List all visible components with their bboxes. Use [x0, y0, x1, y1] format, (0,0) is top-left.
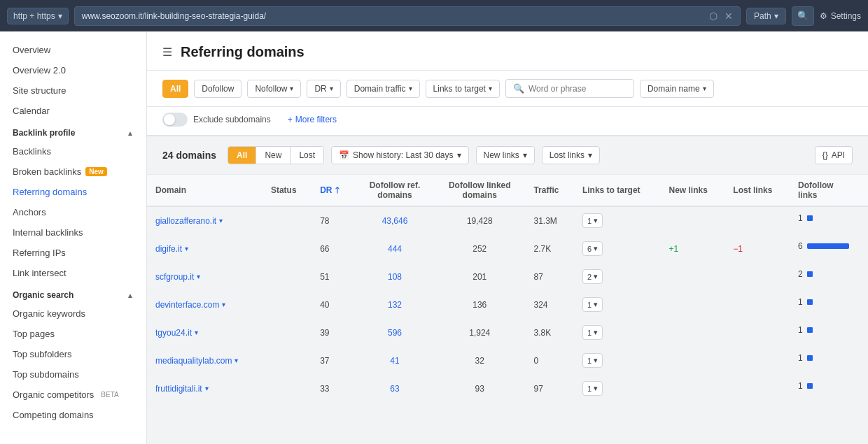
links-dropdown-chevron-icon: ▾ [594, 384, 598, 393]
protocol-selector[interactable]: http + https ▾ [7, 8, 69, 24]
new-links-value: +1 [668, 244, 678, 254]
traffic-cell: 31.3M [525, 206, 573, 235]
sidebar-item-anchors[interactable]: Anchors [0, 202, 146, 222]
table-row: giallozafferano.it ▾ 78 43,646 19,428 31… [147, 206, 868, 235]
sidebar-section-organic[interactable]: Organic search ▲ [0, 283, 146, 303]
dr-cell: 40 [312, 291, 356, 319]
filter-domain-name-button[interactable]: Domain name ▾ [640, 80, 714, 98]
sidebar-item-top-pages[interactable]: Top pages [0, 324, 146, 344]
sidebar-item-referring-domains[interactable]: Referring domains [0, 182, 146, 202]
sidebar-item-calendar[interactable]: Calendar [0, 101, 146, 121]
dofollow-bar [807, 215, 813, 221]
sidebar-section-backlink[interactable]: Backlink profile ▲ [0, 121, 146, 141]
links-to-target-dropdown[interactable]: 1 ▾ [582, 213, 603, 228]
domain-link[interactable]: digife.it ▾ [155, 244, 254, 254]
sidebar-item-organic-keywords[interactable]: Organic keywords [0, 303, 146, 324]
lost-links-chevron-icon: ▾ [588, 150, 592, 160]
sidebar-item-label: Top subdomains [13, 369, 79, 380]
filter-dr-label: DR [314, 84, 326, 94]
more-filters-label: More filters [295, 115, 337, 124]
domain-link[interactable]: mediaqualitylab.com ▾ [155, 356, 254, 366]
domain-link[interactable]: scfgroup.it ▾ [155, 272, 254, 282]
traffic-cell: 2.7K [525, 235, 573, 263]
links-to-target-dropdown[interactable]: 1 ▾ [582, 325, 603, 340]
links-to-target-cell: 1 ▾ [574, 291, 661, 319]
sidebar-item-top-subfolders[interactable]: Top subfolders [0, 344, 146, 364]
dr-cell: 33 [312, 375, 356, 403]
new-links-cell [660, 206, 724, 235]
status-cell [262, 263, 312, 291]
sidebar-item-label: Referring domains [13, 187, 87, 197]
table-row: digife.it ▾ 66 444 252 2.7K 6 ▾ +1 −1 6 [147, 235, 868, 263]
dofollow-ref-value: 108 [388, 272, 402, 282]
sidebar-item-link-intersect[interactable]: Link intersect [0, 263, 146, 283]
more-filters-button[interactable]: + More filters [288, 115, 337, 124]
section-collapse-icon: ▲ [127, 292, 134, 299]
domain-name: mediaqualitylab.com [155, 356, 232, 366]
sidebar-item-label: Backlinks [13, 146, 51, 157]
path-selector[interactable]: Path ▾ [746, 8, 786, 24]
links-to-target-value: 1 [587, 385, 592, 393]
domain-link[interactable]: tgyou24.it ▾ [155, 328, 254, 338]
domain-link[interactable]: fruttidigitali.it ▾ [155, 384, 254, 394]
dofollow-links-cell: 1 [790, 207, 868, 230]
domain-caret-icon: ▾ [185, 245, 188, 252]
sidebar-item-site-structure[interactable]: Site structure [0, 80, 146, 101]
settings-label: Settings [831, 11, 861, 21]
col-links-to-target: Links to target [574, 175, 661, 206]
filter-dr-button[interactable]: DR ▾ [307, 80, 340, 98]
filter-all-button[interactable]: All [162, 80, 188, 98]
sidebar-item-label: Internal backlinks [13, 227, 83, 238]
lost-links-button[interactable]: Lost links ▾ [542, 146, 600, 164]
exclude-subdomains-toggle[interactable] [162, 113, 188, 127]
dofollow-ref-value: 41 [390, 356, 399, 366]
links-to-target-dropdown[interactable]: 1 ▾ [582, 381, 603, 396]
close-url-icon[interactable]: ✕ [724, 10, 733, 22]
sidebar-item-backlinks[interactable]: Backlinks [0, 141, 146, 162]
filter-domain-traffic-button[interactable]: Domain traffic ▾ [346, 80, 420, 98]
lost-links-cell [724, 319, 790, 347]
new-links-button[interactable]: New links ▾ [476, 146, 535, 164]
filter-dofollow-button[interactable]: Dofollow [194, 80, 241, 98]
filter-links-to-target-button[interactable]: Links to target ▾ [426, 80, 500, 98]
api-button[interactable]: {} API [815, 146, 853, 164]
tab-lost[interactable]: Lost [290, 147, 323, 164]
dofollow-ref-value: 132 [388, 300, 402, 310]
sidebar-item-overview[interactable]: Overview [0, 40, 146, 60]
filter-dofollow-label: Dofollow [202, 84, 234, 94]
tab-all[interactable]: All [228, 147, 256, 164]
external-link-icon[interactable]: ⬡ [709, 10, 718, 22]
links-to-target-dropdown[interactable]: 1 ▾ [582, 353, 603, 368]
search-icon: 🔍 [513, 83, 524, 94]
sidebar-item-competing-domains[interactable]: Competing domains [0, 405, 146, 425]
tab-new[interactable]: New [256, 147, 290, 164]
settings-button[interactable]: ⚙ Settings [820, 11, 861, 21]
history-button[interactable]: 📅 Show history: Last 30 days ▾ [331, 146, 468, 164]
hamburger-icon[interactable]: ☰ [162, 45, 172, 59]
links-to-target-dropdown[interactable]: 6 ▾ [582, 241, 603, 256]
status-cell [262, 347, 312, 375]
lost-links-cell [724, 206, 790, 235]
links-to-target-dropdown[interactable]: 1 ▾ [582, 297, 603, 312]
domain-link[interactable]: devinterface.com ▾ [155, 300, 254, 310]
toggle-knob [164, 114, 175, 125]
history-label: Show history: Last 30 days [353, 150, 453, 160]
sidebar-item-internal-backlinks[interactable]: Internal backlinks [0, 222, 146, 243]
links-to-target-dropdown[interactable]: 2 ▾ [582, 269, 603, 284]
col-dr[interactable]: DR [312, 175, 356, 206]
sidebar-item-organic-competitors[interactable]: Organic competitors BETA [0, 385, 146, 405]
filter-nofollow-button[interactable]: Nofollow ▾ [247, 80, 301, 98]
dofollow-linked-cell: 136 [434, 291, 525, 319]
domain-link[interactable]: giallozafferano.it ▾ [155, 216, 254, 226]
topbar-search-button[interactable]: 🔍 [792, 6, 814, 26]
dr-cell: 37 [312, 347, 356, 375]
sidebar-item-top-subdomains[interactable]: Top subdomains [0, 364, 146, 385]
beta-badge: BETA [101, 391, 118, 399]
sidebar-item-broken-backlinks[interactable]: Broken backlinks New [0, 162, 146, 182]
sidebar-item-overview2[interactable]: Overview 2.0 [0, 60, 146, 80]
sidebar-item-referring-ips[interactable]: Referring IPs [0, 243, 146, 263]
search-input[interactable] [528, 84, 626, 94]
new-links-cell [660, 347, 724, 375]
dr-cell: 51 [312, 263, 356, 291]
sidebar: Overview Overview 2.0 Site structure Cal… [0, 31, 147, 444]
